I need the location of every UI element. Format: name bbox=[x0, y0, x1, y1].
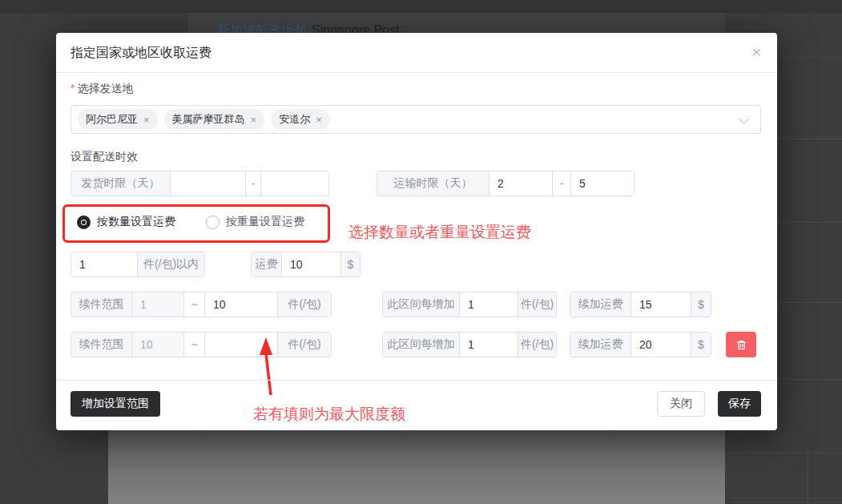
base-qty-group: 件(/包)以内 bbox=[71, 252, 205, 277]
footer-divider bbox=[56, 380, 777, 381]
tag-remove-icon[interactable]: × bbox=[251, 114, 257, 126]
range-tilde-separator: ~ bbox=[183, 333, 205, 357]
base-qty-unit-label: 件(/包)以内 bbox=[137, 252, 204, 276]
radio-by-quantity[interactable]: 按数量设置运费 bbox=[77, 215, 175, 229]
tier2-fee-input[interactable] bbox=[631, 333, 691, 357]
tier2-step-label: 此区间每增加 bbox=[383, 333, 460, 357]
backdrop-top-strip bbox=[0, 0, 842, 13]
tier1-step-unit-label: 件(/包) bbox=[518, 292, 556, 317]
tier1-step-input[interactable] bbox=[460, 292, 518, 317]
close-icon[interactable]: × bbox=[751, 43, 761, 61]
tier1-range-label: 续件范围 bbox=[71, 292, 132, 317]
origin-multiselect[interactable]: 阿尔巴尼亚 × 美属萨摩亚群岛 × 安道尔 × bbox=[71, 105, 761, 134]
origin-tag-label: 安道尔 bbox=[279, 112, 310, 127]
backdrop-bottom-panel bbox=[108, 430, 725, 504]
trash-icon bbox=[735, 339, 747, 351]
range-dash-separator: - bbox=[245, 171, 261, 196]
tier2-range-to-input[interactable] bbox=[205, 333, 277, 357]
shipping-fee-dialog-page: 新加坡邮政小包Singapore Post 指定国家或地区收取运费 × *选择发… bbox=[0, 0, 842, 504]
radio-by-weight[interactable]: 按重量设置运费 bbox=[206, 215, 304, 229]
tier1-range-group: 续件范围 ~ 件(/包) bbox=[71, 292, 332, 317]
origin-field-label: *选择发送地 bbox=[71, 82, 133, 96]
header-divider bbox=[56, 72, 777, 73]
close-button[interactable]: 关闭 bbox=[657, 391, 705, 417]
radio-selected-icon bbox=[77, 216, 91, 229]
modal-title: 指定国家或地区收取运费 bbox=[71, 33, 212, 72]
fee-mode-radio-group: 按数量设置运费 按重量设置运费 bbox=[77, 215, 304, 229]
tier2-step-group: 此区间每增加 件(/包) bbox=[382, 332, 557, 357]
transport-min-input[interactable] bbox=[489, 171, 552, 196]
tier1-fee-input[interactable] bbox=[631, 292, 691, 317]
tier2-step-unit-label: 件(/包) bbox=[518, 333, 556, 357]
dispatch-max-input[interactable] bbox=[261, 171, 328, 196]
origin-tag: 阿尔巴尼亚 × bbox=[78, 109, 158, 130]
add-range-button[interactable]: 增加设置范围 bbox=[71, 391, 160, 417]
annotation-mode-hint: 选择数量或者重量设置运费 bbox=[348, 222, 531, 243]
transport-time-label: 运输时限（天） bbox=[377, 171, 489, 196]
radio-by-quantity-label: 按数量设置运费 bbox=[97, 215, 175, 229]
base-fee-input[interactable] bbox=[282, 252, 340, 276]
tier1-fee-label: 续加运费 bbox=[570, 292, 631, 317]
currency-label: $ bbox=[691, 333, 711, 357]
chevron-down-icon bbox=[739, 114, 749, 124]
tier1-fee-group: 续加运费 $ bbox=[570, 292, 711, 317]
base-fee-label: 运费 bbox=[252, 252, 282, 276]
backdrop-vertical-divider bbox=[808, 449, 808, 504]
dispatch-min-input[interactable] bbox=[171, 171, 245, 196]
tag-remove-icon[interactable]: × bbox=[316, 114, 322, 126]
tier2-range-group: 续件范围 ~ 件(/包) bbox=[71, 332, 332, 357]
origin-tag: 安道尔 × bbox=[271, 109, 330, 130]
range-dash-separator: - bbox=[552, 171, 571, 196]
tier2-range-label: 续件范围 bbox=[71, 333, 132, 357]
tier2-fee-group: 续加运费 $ bbox=[570, 332, 711, 357]
origin-tag-label: 阿尔巴尼亚 bbox=[86, 112, 138, 127]
base-qty-input[interactable] bbox=[71, 252, 137, 276]
base-fee-group: 运费 $ bbox=[251, 252, 361, 277]
dispatch-time-label: 发货时限（天） bbox=[71, 171, 171, 196]
origin-tag-label: 美属萨摩亚群岛 bbox=[172, 112, 245, 127]
tier1-step-group: 此区间每增加 件(/包) bbox=[382, 292, 557, 317]
tier1-unit-label: 件(/包) bbox=[277, 292, 331, 317]
save-button[interactable]: 保存 bbox=[718, 391, 761, 417]
delete-tier-button[interactable] bbox=[726, 332, 756, 357]
tag-remove-icon[interactable]: × bbox=[143, 114, 150, 126]
tier2-unit-label: 件(/包) bbox=[277, 333, 331, 357]
dispatch-time-group: 发货时限（天） - bbox=[71, 171, 329, 196]
transport-max-input[interactable] bbox=[571, 171, 634, 196]
backdrop-row-divider bbox=[721, 498, 842, 498]
radio-by-weight-label: 按重量设置运费 bbox=[226, 215, 304, 229]
tier1-step-label: 此区间每增加 bbox=[383, 292, 460, 317]
tier2-fee-label: 续加运费 bbox=[570, 333, 631, 357]
tier1-range-from-input bbox=[132, 292, 183, 317]
currency-label: $ bbox=[340, 252, 360, 276]
range-tilde-separator: ~ bbox=[183, 292, 205, 317]
origin-tag: 美属萨摩亚群岛 × bbox=[164, 109, 265, 130]
tier2-step-input[interactable] bbox=[460, 333, 518, 357]
origin-label-text: 选择发送地 bbox=[77, 82, 133, 95]
annotation-max-limit-hint: 若有填则为最大限度额 bbox=[253, 404, 405, 425]
shipping-fee-modal: 指定国家或地区收取运费 × *选择发送地 阿尔巴尼亚 × 美属萨摩亚群岛 × 安… bbox=[56, 33, 777, 430]
tier1-range-to-input[interactable] bbox=[205, 292, 277, 317]
tier2-range-from-input bbox=[132, 333, 183, 357]
backdrop-row-divider bbox=[721, 453, 842, 454]
currency-label: $ bbox=[691, 292, 711, 317]
delivery-section-label: 设置配送时效 bbox=[71, 150, 138, 164]
required-asterisk: * bbox=[71, 82, 75, 95]
radio-unselected-icon bbox=[206, 216, 220, 229]
transport-time-group: 运输时限（天） - bbox=[377, 171, 635, 196]
